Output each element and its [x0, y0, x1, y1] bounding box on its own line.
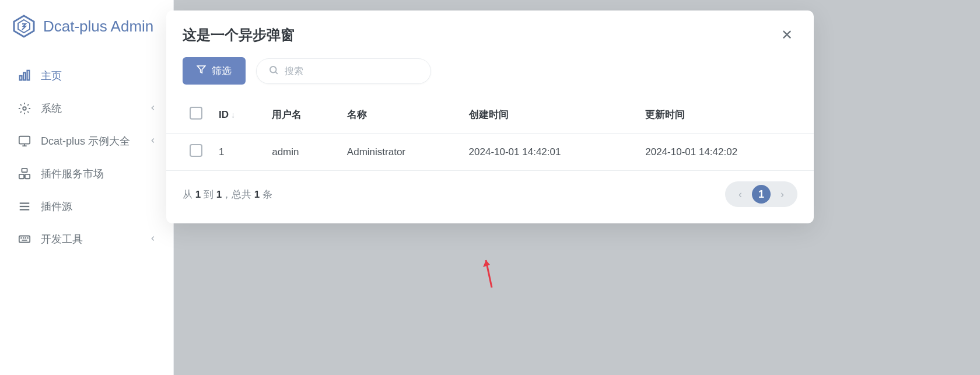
- nav-label: 系统: [41, 101, 149, 115]
- filter-icon: [197, 65, 206, 77]
- keyboard-icon: [16, 233, 33, 246]
- close-icon: ✕: [781, 27, 793, 43]
- data-table: ID↓ 用户名 名称 创建时间 更新时间 1 admin Administrat…: [166, 96, 814, 171]
- modal: 这是一个异步弹窗 ✕ 筛选 ID: [166, 10, 814, 223]
- svg-marker-24: [197, 66, 205, 73]
- modal-toolbar: 筛选: [166, 57, 814, 96]
- svg-point-25: [270, 66, 276, 73]
- sidebar-item-home[interactable]: 主页: [0, 59, 173, 92]
- pagination: ‹ 1 ›: [725, 181, 797, 207]
- nav-label: 插件源: [41, 199, 157, 213]
- boxes-icon: [16, 167, 33, 180]
- svg-rect-4: [27, 71, 30, 80]
- svg-point-19: [27, 238, 28, 239]
- cell-created: 2024-10-01 14:42:01: [461, 134, 638, 171]
- svg-rect-15: [19, 236, 30, 243]
- svg-rect-10: [19, 174, 24, 178]
- modal-title: 这是一个异步弹窗: [183, 26, 295, 44]
- table-header-row: ID↓ 用户名 名称 创建时间 更新时间: [166, 96, 814, 134]
- nav-label: 插件服务市场: [41, 167, 157, 181]
- chevron-left-icon: ‹: [738, 188, 742, 201]
- brand-text: Dcat-plus Admin: [43, 17, 153, 36]
- search-icon: [268, 65, 279, 78]
- svg-point-17: [23, 238, 24, 239]
- gear-icon: [16, 102, 33, 115]
- col-name[interactable]: 名称: [339, 96, 461, 134]
- svg-point-18: [25, 238, 26, 239]
- modal-header: 这是一个异步弹窗 ✕: [166, 10, 814, 57]
- svg-point-5: [23, 107, 26, 110]
- lines-icon: [16, 200, 33, 213]
- filter-button[interactable]: 筛选: [183, 57, 246, 85]
- search-wrap[interactable]: [256, 58, 431, 84]
- search-input[interactable]: [285, 66, 419, 76]
- brand-logo-icon: [12, 14, 36, 38]
- col-id[interactable]: ID↓: [211, 96, 264, 134]
- chevron-left-icon: [149, 103, 157, 115]
- sidebar-item-system[interactable]: 系统: [0, 92, 173, 125]
- page-number-button[interactable]: 1: [752, 185, 771, 204]
- svg-rect-3: [23, 73, 26, 80]
- row-checkbox[interactable]: [190, 144, 202, 157]
- col-created[interactable]: 创建时间: [461, 96, 638, 134]
- nav: 主页 系统 Dcat-plus 示例大全: [0, 55, 173, 260]
- pagination-info: 从 1 到 1，总共 1 条: [183, 188, 272, 201]
- chevron-right-icon: ›: [780, 188, 784, 201]
- chevron-left-icon: [149, 135, 157, 148]
- sort-desc-icon: ↓: [231, 110, 235, 120]
- cell-id: 1: [211, 134, 264, 171]
- page-next-button[interactable]: ›: [773, 185, 792, 204]
- svg-rect-2: [20, 76, 22, 80]
- cell-updated: 2024-10-01 14:42:02: [637, 134, 814, 171]
- sidebar-item-examples[interactable]: Dcat-plus 示例大全: [0, 125, 173, 157]
- svg-line-26: [275, 72, 277, 73]
- brand[interactable]: Dcat-plus Admin: [0, 0, 173, 55]
- table-row[interactable]: 1 admin Administrator 2024-10-01 14:42:0…: [166, 134, 814, 171]
- modal-close-button[interactable]: ✕: [776, 24, 797, 45]
- svg-point-16: [21, 238, 22, 239]
- svg-rect-9: [22, 169, 27, 172]
- col-checkbox: [166, 96, 211, 134]
- select-all-checkbox[interactable]: [190, 107, 202, 120]
- page-prev-button[interactable]: ‹: [731, 185, 750, 204]
- filter-label: 筛选: [212, 64, 232, 78]
- monitor-icon: [16, 135, 33, 148]
- svg-rect-11: [25, 174, 30, 178]
- cell-checkbox: [166, 134, 211, 171]
- col-username[interactable]: 用户名: [264, 96, 339, 134]
- nav-label: 开发工具: [41, 232, 149, 246]
- bar-chart-icon: [16, 69, 33, 82]
- sidebar-item-dev-tools[interactable]: 开发工具: [0, 223, 173, 255]
- nav-label: 主页: [41, 69, 157, 83]
- col-updated[interactable]: 更新时间: [637, 96, 814, 134]
- modal-footer: 从 1 到 1，总共 1 条 ‹ 1 ›: [166, 171, 814, 223]
- chevron-left-icon: [149, 233, 157, 246]
- cell-name: Administrator: [339, 134, 461, 171]
- sidebar: Dcat-plus Admin 主页 系统: [0, 0, 174, 375]
- sidebar-item-plugin-market[interactable]: 插件服务市场: [0, 157, 173, 190]
- cell-username: admin: [264, 134, 339, 171]
- nav-label: Dcat-plus 示例大全: [41, 134, 149, 148]
- svg-rect-6: [19, 136, 30, 144]
- sidebar-item-plugin-source[interactable]: 插件源: [0, 190, 173, 223]
